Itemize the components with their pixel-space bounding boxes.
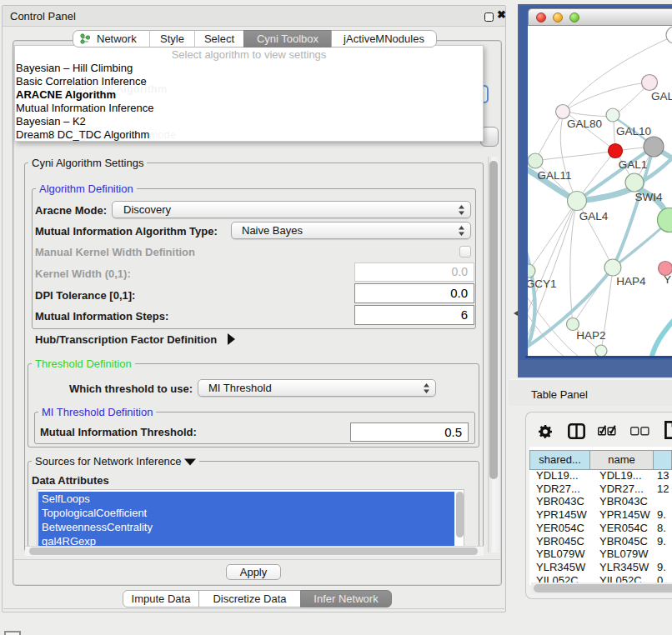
svg-text:GAL80: GAL80 <box>567 118 602 130</box>
svg-text:GCY1: GCY1 <box>528 278 556 290</box>
svg-text:GAL1: GAL1 <box>619 158 648 171</box>
svg-text:GAL4: GAL4 <box>579 210 609 222</box>
svg-text:GAL11: GAL11 <box>537 169 571 182</box>
svg-text:Y: Y <box>664 273 671 286</box>
svg-text:SWI4: SWI4 <box>634 191 662 203</box>
svg-text:GAL10: GAL10 <box>616 125 651 138</box>
svg-text:HAP4: HAP4 <box>616 275 646 288</box>
svg-text:HAP2: HAP2 <box>576 329 605 342</box>
svg-text:GAL7: GAL7 <box>651 90 672 102</box>
